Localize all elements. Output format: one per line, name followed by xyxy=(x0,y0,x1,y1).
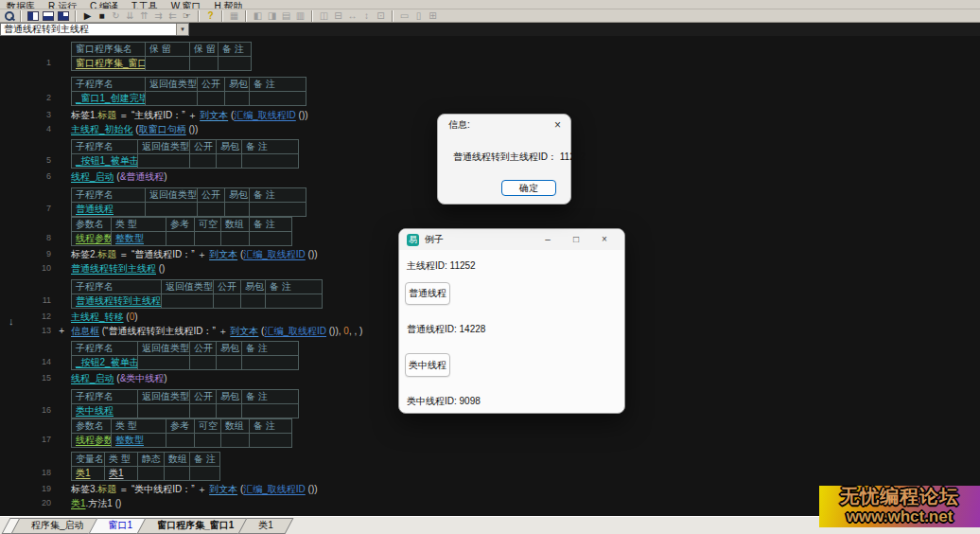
grid-cell[interactable] xyxy=(166,434,195,448)
dialog-ok-button[interactable]: 确定 xyxy=(501,180,556,196)
align-top-icon[interactable]: ▤ xyxy=(279,10,293,22)
grid-cell[interactable] xyxy=(219,57,252,71)
menu-tools[interactable]: T.工具 xyxy=(125,0,165,9)
menu-database[interactable]: 数据库 xyxy=(0,0,42,9)
grid-cell[interactable] xyxy=(190,57,219,71)
class-thread-button[interactable]: 类中线程 xyxy=(405,353,450,377)
grid-cell[interactable] xyxy=(221,232,250,246)
form-grid-icon[interactable]: ▦ xyxy=(227,10,241,22)
grid-cell[interactable] xyxy=(225,203,250,217)
code-line[interactable]: 标签3.标题 ＝ “类中线程ID：” ＋ 到文本 (汇编_取线程ID ()) xyxy=(71,482,318,496)
grid-cell[interactable] xyxy=(250,92,306,106)
zoom-select-icon[interactable] xyxy=(2,10,16,22)
grid-cell[interactable] xyxy=(146,203,198,217)
window-tile-icon[interactable] xyxy=(58,11,69,21)
grid-cell[interactable] xyxy=(138,404,190,418)
grid-cell[interactable]: _按钮2_被单击 xyxy=(72,356,138,370)
grid-cell[interactable] xyxy=(195,434,221,448)
normal-thread-button[interactable]: 普通线程 xyxy=(405,282,450,305)
window-split-left-icon[interactable] xyxy=(27,11,39,21)
center-vertical-icon[interactable]: ⊟ xyxy=(331,10,345,22)
grid-cell[interactable]: 整数型 xyxy=(112,434,166,448)
grid-cell[interactable]: 整数型 xyxy=(112,232,166,246)
grid-cell[interactable] xyxy=(250,203,306,217)
align-left-icon[interactable]: ◧ xyxy=(251,10,265,22)
grid-cell[interactable] xyxy=(190,467,220,481)
code-line[interactable]: 线程_启动 (&类中线程) xyxy=(71,371,167,385)
grid-cell[interactable] xyxy=(190,154,217,169)
step-out-icon[interactable]: ⇈ xyxy=(137,10,151,22)
grid-cell[interactable]: 普通线程 xyxy=(72,203,146,217)
snap-grid-icon[interactable]: ⊞ xyxy=(426,10,440,22)
space-vertical-icon[interactable]: ▯ xyxy=(411,10,426,22)
grid-cell[interactable] xyxy=(165,467,190,481)
grid-cell[interactable] xyxy=(190,356,217,370)
menu-run[interactable]: R.运行 xyxy=(42,0,83,9)
grid-cell[interactable] xyxy=(166,232,195,246)
grid-cell[interactable] xyxy=(242,154,299,169)
tab-class1[interactable]: 类1 xyxy=(246,517,286,534)
run-icon[interactable]: ▶ xyxy=(80,10,95,22)
grid-cell[interactable] xyxy=(217,154,242,169)
grid-cell[interactable]: _窗口1_创建完毕 xyxy=(72,92,146,106)
grid-cell[interactable] xyxy=(138,467,165,481)
minimize-button[interactable]: – xyxy=(534,230,562,249)
align-right-icon[interactable]: ◨ xyxy=(265,10,279,22)
grid-cell[interactable]: 类1 xyxy=(105,467,138,481)
example-window-title-bar[interactable]: 易 例子 – □ × xyxy=(399,229,624,250)
grid-cell[interactable] xyxy=(146,57,190,71)
restart-icon[interactable]: ↻ xyxy=(109,10,123,22)
step-over-icon[interactable]: ⇉ xyxy=(151,10,166,22)
grid-cell[interactable]: 线程参数 xyxy=(72,434,112,448)
code-line[interactable]: 标签2.标题 ＝ “普通线程ID：” ＋ 到文本 (汇编_取线程ID ()) xyxy=(71,247,318,261)
grid-cell[interactable] xyxy=(225,92,250,106)
tab-window-program-set-window1[interactable]: 窗口程序集_窗口1 xyxy=(145,517,246,534)
grid-cell[interactable] xyxy=(162,294,214,309)
grid-cell[interactable]: 窗口程序集_窗口1 xyxy=(72,57,146,71)
stop-icon[interactable]: ■ xyxy=(95,10,109,22)
procedure-selector[interactable]: 普通线程转到主线程 ▼ xyxy=(0,23,189,36)
code-line[interactable]: 信息框 (“普通线程转到主线程ID：” ＋ 到文本 (汇编_取线程ID ()),… xyxy=(71,324,362,338)
grid-cell[interactable] xyxy=(250,232,292,246)
code-line[interactable]: 线程_启动 (&普通线程) xyxy=(71,169,167,184)
code-line[interactable]: 主线程_初始化 (取窗口句柄 ()) xyxy=(71,122,198,136)
space-horizontal-icon[interactable]: ▭ xyxy=(397,10,411,22)
run-to-cursor-icon[interactable]: ⇇ xyxy=(166,10,180,22)
fold-marker[interactable]: + xyxy=(59,324,64,338)
grid-cell[interactable] xyxy=(198,203,225,217)
step-into-icon[interactable]: ⇊ xyxy=(123,10,137,22)
grid-cell[interactable] xyxy=(146,92,198,106)
grid-cell[interactable] xyxy=(217,404,242,418)
grid-cell[interactable] xyxy=(250,434,292,448)
same-size-icon[interactable]: ⊡ xyxy=(374,10,388,22)
grid-cell[interactable] xyxy=(241,294,266,309)
pause-hand-icon[interactable]: ☞ xyxy=(180,10,194,22)
menu-compile[interactable]: C.编译 xyxy=(83,0,125,9)
grid-cell[interactable] xyxy=(138,356,190,370)
menu-help[interactable]: H.帮助 xyxy=(207,0,249,9)
grid-cell[interactable]: 类中线程 xyxy=(72,404,138,418)
code-line[interactable]: 类1.方法1 () xyxy=(71,496,121,510)
maximize-button[interactable]: □ xyxy=(562,230,590,249)
dialog-close-icon[interactable]: × xyxy=(554,119,561,131)
grid-cell[interactable] xyxy=(221,434,250,448)
center-horizontal-icon[interactable]: ◫ xyxy=(317,10,331,22)
grid-cell[interactable]: _按钮1_被单击 xyxy=(72,154,138,169)
dropdown-arrow-icon[interactable]: ▼ xyxy=(176,24,188,35)
grid-cell[interactable] xyxy=(242,356,299,370)
grid-cell[interactable]: 线程参数 xyxy=(72,232,112,246)
grid-cell[interactable] xyxy=(138,154,190,169)
same-height-icon[interactable]: ↕ xyxy=(359,10,374,22)
window-split-bottom-icon[interactable] xyxy=(43,11,54,21)
grid-cell[interactable] xyxy=(190,404,217,418)
grid-cell[interactable] xyxy=(198,92,225,106)
code-line[interactable]: 标签1.标题 ＝ “主线程ID：” ＋ 到文本 (汇编_取线程ID ()) xyxy=(71,108,308,122)
code-line[interactable]: 普通线程转到主线程 () xyxy=(71,261,165,276)
grid-cell[interactable] xyxy=(266,294,323,309)
grid-cell[interactable] xyxy=(242,404,299,418)
align-bottom-icon[interactable]: ▥ xyxy=(293,10,307,22)
grid-cell[interactable] xyxy=(214,294,241,309)
tab-program-set-start[interactable]: 程序集_启动 xyxy=(19,517,96,534)
find-icon[interactable]: ? xyxy=(203,10,218,22)
code-line[interactable]: 主线程_转移 (0) xyxy=(71,310,138,324)
